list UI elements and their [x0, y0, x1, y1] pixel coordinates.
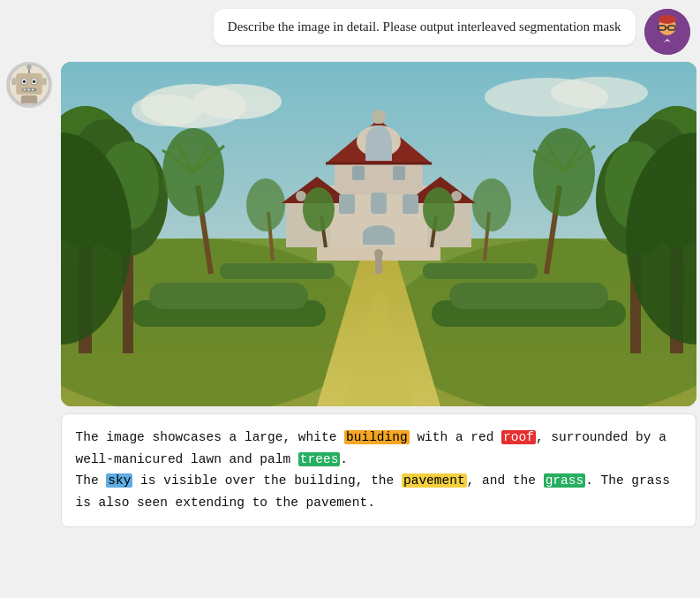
svg-point-14 [22, 79, 26, 83]
user-message-row: Describe the image in detail. Please out… [6, 9, 695, 55]
svg-rect-6 [659, 39, 676, 51]
desc-text-2: with a red [410, 430, 501, 444]
highlight-roof: roof [501, 430, 536, 444]
scene-image [61, 62, 696, 406]
svg-point-10 [26, 64, 32, 70]
svg-point-15 [32, 79, 35, 83]
highlight-building: building [344, 430, 410, 444]
svg-rect-22 [20, 95, 36, 103]
user-avatar [644, 9, 690, 55]
desc-text-6: , and the [467, 473, 544, 488]
highlight-sky: sky [106, 473, 132, 488]
svg-rect-20 [11, 79, 16, 85]
svg-rect-21 [41, 79, 46, 85]
desc-text-1: The image showcases a large, white [76, 430, 345, 444]
svg-rect-103 [61, 62, 696, 406]
robot-avatar [6, 62, 52, 108]
highlight-grass: grass [544, 473, 586, 488]
user-message-bubble: Describe the image in detail. Please out… [214, 9, 636, 45]
svg-rect-17 [23, 89, 26, 91]
svg-point-2 [659, 15, 676, 24]
ai-content: The image showcases a large, white build… [61, 62, 696, 527]
description-box: The image showcases a large, white build… [61, 413, 696, 527]
highlight-pavement: pavement [402, 473, 467, 488]
ai-message-row: The image showcases a large, white build… [6, 62, 695, 527]
svg-rect-11 [16, 73, 42, 95]
svg-rect-18 [27, 89, 30, 91]
desc-text-5: is visible over the building, the [132, 473, 402, 488]
user-message-text: Describe the image in detail. Please out… [228, 19, 621, 34]
highlight-trees: trees [298, 452, 341, 466]
svg-rect-19 [31, 89, 34, 91]
